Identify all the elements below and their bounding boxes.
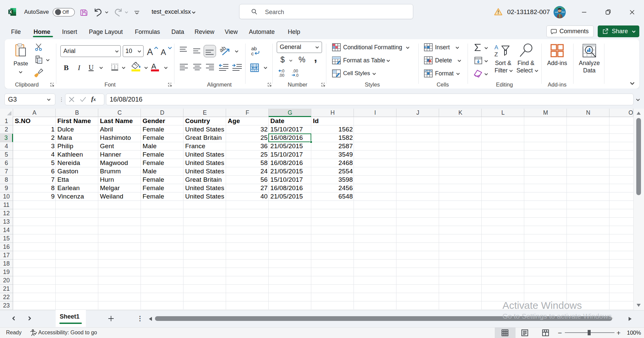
svg-text:.0: .0 bbox=[281, 69, 284, 73]
svg-text:c: c bbox=[251, 51, 254, 56]
svg-text:ock: ock bbox=[555, 11, 558, 13]
svg-text:202: 202 bbox=[561, 11, 565, 13]
svg-text:X: X bbox=[9, 10, 12, 14]
svg-text:.0: .0 bbox=[295, 73, 299, 77]
svg-text:A: A bbox=[147, 47, 153, 56]
svg-text:Z: Z bbox=[494, 51, 498, 57]
svg-text:A: A bbox=[494, 44, 498, 51]
svg-text:A: A bbox=[161, 48, 166, 56]
svg-text:.00: .00 bbox=[292, 69, 298, 73]
svg-text:.00: .00 bbox=[279, 73, 284, 77]
